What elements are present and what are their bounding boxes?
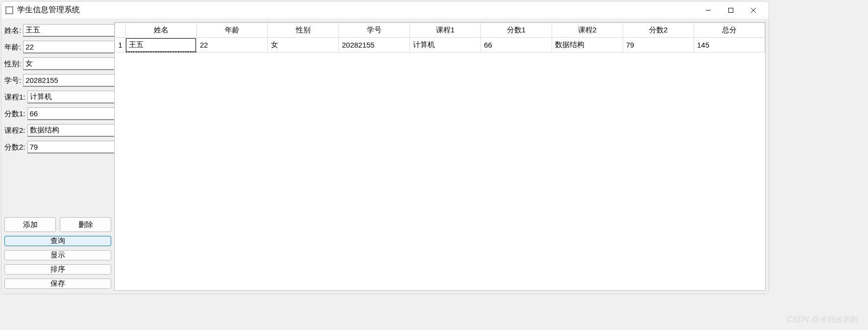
header-course1[interactable]: 课程1 — [410, 23, 481, 38]
input-gender[interactable] — [23, 57, 121, 70]
form-row-course1: 课程1: — [4, 91, 111, 103]
cell-score1[interactable]: 66 — [481, 38, 552, 52]
input-course1[interactable] — [27, 91, 125, 103]
query-button[interactable]: 查询 — [4, 236, 111, 246]
form-row-student-id: 学号: — [4, 74, 111, 87]
cell-student-id[interactable]: 20282155 — [338, 38, 410, 52]
header-gender[interactable]: 性别 — [267, 23, 338, 38]
cell-course2[interactable]: 数据结构 — [552, 38, 623, 52]
input-score1[interactable] — [27, 107, 125, 120]
form-row-age: 年龄: — [4, 41, 111, 53]
window-title: 学生信息管理系统 — [17, 5, 80, 15]
close-icon — [750, 7, 756, 13]
header-score1[interactable]: 分数1 — [481, 23, 552, 38]
table-row[interactable]: 1 王五 22 女 20282155 计算机 66 数据结构 79 145 — [115, 38, 765, 52]
label-score1: 分数1: — [4, 109, 25, 119]
input-course2[interactable] — [27, 124, 125, 137]
table-area: 姓名 年龄 性别 学号 课程1 分数1 课程2 分数2 总分 1 王五 — [114, 22, 766, 291]
input-name[interactable] — [23, 24, 121, 37]
input-age[interactable] — [23, 41, 121, 53]
form-row-gender: 性别: — [4, 57, 111, 70]
header-age[interactable]: 年龄 — [196, 23, 267, 38]
form-row-score1: 分数1: — [4, 107, 111, 120]
header-name[interactable]: 姓名 — [125, 23, 196, 38]
header-student-id[interactable]: 学号 — [338, 23, 410, 38]
minimize-icon — [705, 7, 711, 13]
input-student-id[interactable] — [23, 74, 121, 87]
app-icon — [5, 6, 13, 14]
sort-button[interactable]: 排序 — [4, 264, 111, 275]
label-student-id: 学号: — [4, 76, 21, 85]
add-button[interactable]: 添加 — [4, 217, 56, 232]
header-score2[interactable]: 分数2 — [623, 23, 694, 38]
form-row-score2: 分数2: — [4, 141, 111, 153]
close-button[interactable] — [742, 2, 765, 18]
form-area: 姓名: 年龄: 性别: 学号: 课程1: — [4, 22, 111, 155]
app-window: 学生信息管理系统 姓名: 年龄: 性别: — [1, 1, 769, 294]
save-button[interactable]: 保存 — [4, 279, 111, 289]
label-course2: 课程2: — [4, 126, 25, 135]
input-score2[interactable] — [27, 141, 125, 153]
cell-age[interactable]: 22 — [196, 38, 267, 52]
cell-score2[interactable]: 79 — [623, 38, 694, 52]
table-header-row: 姓名 年龄 性别 学号 课程1 分数1 课程2 分数2 总分 — [115, 23, 765, 38]
form-row-course2: 课程2: — [4, 124, 111, 137]
label-score2: 分数2: — [4, 143, 25, 152]
corner-header — [115, 23, 126, 38]
titlebar: 学生信息管理系统 — [1, 1, 769, 19]
label-age: 年龄: — [4, 43, 21, 52]
svg-rect-1 — [729, 8, 733, 12]
display-button[interactable]: 显示 — [4, 250, 111, 260]
cell-course1[interactable]: 计算机 — [410, 38, 481, 52]
header-course2[interactable]: 课程2 — [552, 23, 623, 38]
minimize-button[interactable] — [697, 2, 720, 18]
content-area: 姓名: 年龄: 性别: 学号: 课程1: — [1, 19, 769, 294]
header-total[interactable]: 总分 — [694, 23, 765, 38]
cell-total[interactable]: 145 — [694, 38, 765, 52]
watermark: CSDN @米码收割机 — [787, 315, 858, 325]
maximize-icon — [728, 7, 734, 13]
label-gender: 性别: — [4, 59, 21, 69]
cell-name[interactable]: 王五 — [125, 38, 196, 52]
label-course1: 课程1: — [4, 93, 25, 102]
form-row-name: 姓名: — [4, 24, 111, 37]
row-index[interactable]: 1 — [115, 38, 126, 52]
sidebar: 姓名: 年龄: 性别: 学号: 课程1: — [4, 22, 111, 291]
cell-gender[interactable]: 女 — [267, 38, 338, 52]
maximize-button[interactable] — [720, 2, 742, 18]
label-name: 姓名: — [4, 26, 21, 35]
button-row-1: 添加 删除 — [4, 217, 111, 232]
student-table[interactable]: 姓名 年龄 性别 学号 课程1 分数1 课程2 分数2 总分 1 王五 — [115, 23, 765, 52]
delete-button[interactable]: 删除 — [60, 217, 111, 232]
button-area: 添加 删除 查询 显示 排序 保存 — [4, 217, 111, 291]
